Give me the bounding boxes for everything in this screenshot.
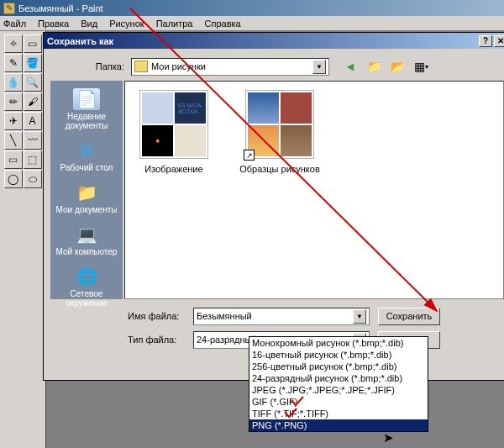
filetype-option-0[interactable]: Монохромный рисунок (*.bmp;*.dib) — [249, 337, 428, 349]
desktop-icon: 🖥 — [73, 140, 100, 161]
folder-label: Папка: — [50, 61, 131, 71]
dialog-title: Сохранить как — [47, 36, 113, 46]
menu-palette[interactable]: Палитра — [156, 18, 193, 29]
filetype-option-5[interactable]: GIF (*.GIF) — [249, 396, 428, 408]
tool-roundrect[interactable]: ⬭ — [24, 170, 42, 188]
thumbnail-2: ↗ — [245, 90, 314, 159]
place-mydocs[interactable]: 📁 Мои документы — [52, 179, 121, 219]
recent-docs-icon: 📄 — [73, 88, 100, 110]
filename-input[interactable]: Безымянный ▼ — [193, 308, 370, 325]
place-desktop-label: Рабочий стол — [60, 163, 113, 172]
network-icon: 🌐 — [73, 266, 100, 287]
filename-label: Имя файла: — [50, 311, 193, 321]
app-title: Безымянный - Paint — [18, 3, 103, 13]
filetype-option-2[interactable]: 256-цветный рисунок (*.bmp;*.dib) — [249, 361, 428, 372]
dialog-titlebar[interactable]: Сохранить как ? ✕ — [44, 33, 504, 49]
thumb1-text2: ■ — [142, 125, 173, 156]
tool-text[interactable]: A — [24, 112, 42, 130]
paint-app-icon — [3, 3, 15, 14]
tool-eraser[interactable]: ✎ — [4, 54, 23, 72]
filename-value: Безымянный — [197, 311, 252, 321]
place-mycomp-label: Мой компьютер — [56, 247, 118, 256]
filetype-option-3[interactable]: 24-разрядный рисунок (*.bmp;*.dib) — [249, 372, 428, 384]
tool-pencil[interactable]: ✏ — [4, 92, 23, 111]
place-network[interactable]: 🌐 Сетевое окружение — [52, 263, 121, 313]
tool-zoom[interactable]: 🔍 — [24, 73, 42, 92]
filename-dropdown-button[interactable]: ▼ — [353, 309, 366, 324]
filetype-option-6[interactable]: TIFF (*.TIF;*.TIFF) — [249, 408, 428, 419]
menu-file[interactable]: Файл — [3, 18, 26, 29]
filetype-dropdown-list[interactable]: Монохромный рисунок (*.bmp;*.dib) 16-цве… — [249, 336, 428, 432]
folder-item-2[interactable]: ↗ Образцы рисунков — [239, 90, 320, 174]
nav-back-icon[interactable]: ◄ — [343, 59, 358, 74]
nav-up-icon[interactable]: 📁 — [366, 59, 381, 74]
tool-select[interactable]: ▭ — [24, 34, 42, 53]
tool-rect[interactable]: ▭ — [4, 150, 23, 169]
filetype-label: Тип файла: — [50, 335, 193, 345]
tool-fill[interactable]: 🪣 — [24, 54, 42, 72]
tool-ellipse[interactable]: ◯ — [4, 170, 23, 188]
folder-icon — [134, 61, 148, 72]
tool-picker[interactable]: 💧 — [4, 73, 23, 92]
folder-item-1-label: Изображение — [144, 164, 202, 174]
place-desktop[interactable]: 🖥 Рабочий стол — [52, 137, 121, 177]
menu-view[interactable]: Вид — [81, 18, 97, 29]
file-list-pane[interactable]: SS WGA-ВОТКА... ■ Изображение ↗ Образцы … — [124, 81, 504, 299]
folder-value: Мои рисунки — [151, 61, 206, 71]
menu-image[interactable]: Рисунок — [109, 18, 144, 29]
dialog-help-button[interactable]: ? — [479, 35, 492, 47]
folder-item-2-label: Образцы рисунков — [239, 164, 320, 174]
tool-brush[interactable]: 🖌 — [24, 92, 42, 111]
place-recent[interactable]: 📄 Недавние документы — [52, 86, 121, 135]
save-as-dialog: Сохранить как ? ✕ Папка: Мои рисунки ▼ ◄… — [43, 32, 504, 381]
places-bar: 📄 Недавние документы 🖥 Рабочий стол 📁 Мо… — [50, 81, 123, 299]
folder-combo[interactable]: Мои рисунки ▼ — [131, 58, 329, 76]
place-network-label: Сетевое окружение — [66, 289, 107, 308]
mycomp-icon: 💻 — [73, 224, 100, 245]
nav-newfolder-icon[interactable]: 📂 — [390, 59, 405, 74]
thumb1-text: SS WGA-ВОТКА... — [175, 92, 206, 124]
tool-polygon[interactable]: ⬚ — [24, 150, 42, 169]
app-titlebar: Безымянный - Paint — [0, 0, 504, 16]
filetype-option-1[interactable]: 16-цветный рисунок (*.bmp;*.dib) — [249, 349, 428, 361]
tool-line[interactable]: ╲ — [4, 131, 23, 150]
dialog-close-button[interactable]: ✕ — [494, 35, 504, 47]
tool-airbrush[interactable]: ✈ — [4, 112, 23, 130]
menu-edit[interactable]: Правка — [38, 18, 69, 29]
tool-curve[interactable]: 〰 — [24, 131, 42, 150]
save-button[interactable]: Сохранить — [378, 308, 440, 325]
nav-view-icon[interactable]: ▦▾ — [413, 59, 428, 74]
place-mycomp[interactable]: 💻 Мой компьютер — [52, 221, 121, 261]
place-mydocs-label: Мои документы — [56, 205, 118, 214]
tool-freeform-select[interactable]: ✧ — [4, 34, 23, 53]
folder-dropdown-button[interactable]: ▼ — [312, 60, 326, 74]
menu-help[interactable]: Справка — [205, 18, 241, 29]
folder-item-1[interactable]: SS WGA-ВОТКА... ■ Изображение — [134, 90, 214, 174]
menubar: Файл Правка Вид Рисунок Палитра Справка — [0, 16, 504, 31]
mouse-cursor-icon: ➤ — [383, 430, 394, 445]
filetype-option-4[interactable]: JPEG (*.JPG;*.JPEG;*.JPE;*.JFIF) — [249, 384, 428, 396]
toolbox: ✧ ▭ ✎ 🪣 💧 🔍 ✏ 🖌 ✈ A ╲ 〰 ▭ ⬚ ◯ ⬭ — [0, 31, 45, 448]
thumbnail-1: SS WGA-ВОТКА... ■ — [139, 90, 208, 159]
filetype-option-7[interactable]: PNG (*.PNG) — [249, 419, 428, 431]
place-recent-label: Недавние документы — [66, 112, 108, 130]
shortcut-overlay-icon: ↗ — [244, 150, 255, 161]
mydocs-icon: 📁 — [73, 182, 100, 203]
